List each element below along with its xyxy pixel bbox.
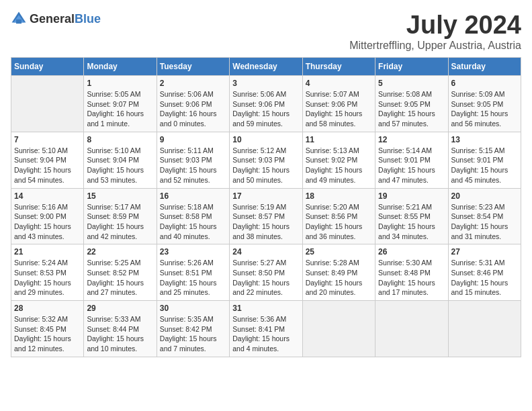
calendar-cell: 25Sunrise: 5:28 AM Sunset: 8:49 PM Dayli… bbox=[302, 244, 375, 301]
cell-content: Sunrise: 5:32 AM Sunset: 8:45 PM Dayligh… bbox=[14, 314, 81, 354]
calendar-cell: 30Sunrise: 5:35 AM Sunset: 8:42 PM Dayli… bbox=[157, 301, 229, 357]
cell-content: Sunrise: 5:09 AM Sunset: 9:05 PM Dayligh… bbox=[451, 89, 518, 129]
calendar-cell: 16Sunrise: 5:18 AM Sunset: 8:58 PM Dayli… bbox=[157, 188, 229, 244]
day-number: 2 bbox=[160, 79, 226, 88]
day-number: 26 bbox=[378, 247, 445, 257]
day-number: 15 bbox=[87, 191, 153, 201]
cell-content: Sunrise: 5:27 AM Sunset: 8:50 PM Dayligh… bbox=[232, 258, 299, 298]
cell-content: Sunrise: 5:21 AM Sunset: 8:55 PM Dayligh… bbox=[378, 202, 445, 242]
calendar-cell: 9Sunrise: 5:11 AM Sunset: 9:03 PM Daylig… bbox=[157, 132, 229, 188]
month-title: July 2024 bbox=[349, 11, 521, 40]
calendar-cell: 29Sunrise: 5:33 AM Sunset: 8:44 PM Dayli… bbox=[84, 301, 157, 357]
logo-blue: Blue bbox=[75, 12, 101, 26]
day-number: 5 bbox=[378, 79, 445, 88]
calendar-cell: 3Sunrise: 5:06 AM Sunset: 9:06 PM Daylig… bbox=[230, 76, 302, 132]
day-number: 14 bbox=[14, 191, 81, 201]
calendar-cell: 17Sunrise: 5:19 AM Sunset: 8:57 PM Dayli… bbox=[230, 188, 302, 244]
calendar-day-header: Tuesday bbox=[157, 58, 229, 76]
cell-content: Sunrise: 5:11 AM Sunset: 9:03 PM Dayligh… bbox=[160, 146, 226, 185]
cell-content: Sunrise: 5:15 AM Sunset: 9:01 PM Dayligh… bbox=[451, 146, 518, 185]
cell-content: Sunrise: 5:06 AM Sunset: 9:06 PM Dayligh… bbox=[160, 89, 226, 129]
calendar-cell: 7Sunrise: 5:10 AM Sunset: 9:04 PM Daylig… bbox=[11, 132, 84, 188]
day-number: 21 bbox=[14, 247, 81, 257]
cell-content: Sunrise: 5:06 AM Sunset: 9:06 PM Dayligh… bbox=[232, 89, 299, 129]
day-number: 10 bbox=[232, 135, 299, 144]
cell-content: Sunrise: 5:08 AM Sunset: 9:05 PM Dayligh… bbox=[378, 89, 445, 129]
calendar-body: 1Sunrise: 5:05 AM Sunset: 9:07 PM Daylig… bbox=[11, 76, 521, 357]
day-number: 30 bbox=[160, 304, 226, 313]
header: GeneralBlue July 2024 Mittertreffling, U… bbox=[11, 11, 521, 52]
calendar-cell: 14Sunrise: 5:16 AM Sunset: 9:00 PM Dayli… bbox=[11, 188, 84, 244]
day-number: 28 bbox=[14, 304, 81, 313]
cell-content: Sunrise: 5:13 AM Sunset: 9:02 PM Dayligh… bbox=[306, 146, 372, 185]
calendar-cell: 6Sunrise: 5:09 AM Sunset: 9:05 PM Daylig… bbox=[448, 76, 521, 132]
calendar-cell: 31Sunrise: 5:36 AM Sunset: 8:41 PM Dayli… bbox=[230, 301, 302, 357]
day-number: 13 bbox=[451, 135, 518, 144]
cell-content: Sunrise: 5:10 AM Sunset: 9:04 PM Dayligh… bbox=[87, 146, 153, 185]
calendar-day-header: Friday bbox=[375, 58, 448, 76]
logo-text: GeneralBlue bbox=[30, 12, 101, 26]
cell-content: Sunrise: 5:20 AM Sunset: 8:56 PM Dayligh… bbox=[306, 202, 372, 242]
location-title: Mittertreffling, Upper Austria, Austria bbox=[349, 40, 521, 52]
logo-icon bbox=[11, 11, 27, 27]
cell-content: Sunrise: 5:28 AM Sunset: 8:49 PM Dayligh… bbox=[306, 258, 372, 298]
calendar-week-row: 28Sunrise: 5:32 AM Sunset: 8:45 PM Dayli… bbox=[11, 301, 521, 357]
day-number: 11 bbox=[306, 135, 372, 144]
day-number: 23 bbox=[160, 247, 226, 257]
cell-content: Sunrise: 5:18 AM Sunset: 8:58 PM Dayligh… bbox=[160, 202, 226, 242]
cell-content: Sunrise: 5:10 AM Sunset: 9:04 PM Dayligh… bbox=[14, 146, 81, 185]
calendar-cell: 22Sunrise: 5:25 AM Sunset: 8:52 PM Dayli… bbox=[84, 244, 157, 301]
day-number: 4 bbox=[306, 79, 372, 88]
calendar-cell: 18Sunrise: 5:20 AM Sunset: 8:56 PM Dayli… bbox=[302, 188, 375, 244]
day-number: 9 bbox=[160, 135, 226, 144]
logo: GeneralBlue bbox=[11, 11, 101, 27]
calendar-day-header: Sunday bbox=[11, 58, 84, 76]
calendar-day-header: Wednesday bbox=[230, 58, 302, 76]
calendar-cell: 28Sunrise: 5:32 AM Sunset: 8:45 PM Dayli… bbox=[11, 301, 84, 357]
calendar-cell: 21Sunrise: 5:24 AM Sunset: 8:53 PM Dayli… bbox=[11, 244, 84, 301]
day-number: 12 bbox=[378, 135, 445, 144]
day-number: 8 bbox=[87, 135, 153, 144]
calendar-week-row: 7Sunrise: 5:10 AM Sunset: 9:04 PM Daylig… bbox=[11, 132, 521, 188]
calendar-cell: 12Sunrise: 5:14 AM Sunset: 9:01 PM Dayli… bbox=[375, 132, 448, 188]
calendar-cell: 26Sunrise: 5:30 AM Sunset: 8:48 PM Dayli… bbox=[375, 244, 448, 301]
calendar-week-row: 14Sunrise: 5:16 AM Sunset: 9:00 PM Dayli… bbox=[11, 188, 521, 244]
calendar-cell: 1Sunrise: 5:05 AM Sunset: 9:07 PM Daylig… bbox=[84, 76, 157, 132]
day-number: 31 bbox=[232, 304, 299, 313]
cell-content: Sunrise: 5:35 AM Sunset: 8:42 PM Dayligh… bbox=[160, 314, 226, 354]
day-number: 27 bbox=[451, 247, 518, 257]
calendar-cell: 11Sunrise: 5:13 AM Sunset: 9:02 PM Dayli… bbox=[302, 132, 375, 188]
day-number: 17 bbox=[232, 191, 299, 201]
calendar-cell: 24Sunrise: 5:27 AM Sunset: 8:50 PM Dayli… bbox=[230, 244, 302, 301]
calendar-cell bbox=[448, 301, 521, 357]
calendar-day-header: Saturday bbox=[448, 58, 521, 76]
calendar-cell: 13Sunrise: 5:15 AM Sunset: 9:01 PM Dayli… bbox=[448, 132, 521, 188]
cell-content: Sunrise: 5:12 AM Sunset: 9:03 PM Dayligh… bbox=[232, 146, 299, 185]
calendar-cell: 4Sunrise: 5:07 AM Sunset: 9:06 PM Daylig… bbox=[302, 76, 375, 132]
day-number: 25 bbox=[306, 247, 372, 257]
day-number: 19 bbox=[378, 191, 445, 201]
calendar-cell: 19Sunrise: 5:21 AM Sunset: 8:55 PM Dayli… bbox=[375, 188, 448, 244]
calendar-week-row: 21Sunrise: 5:24 AM Sunset: 8:53 PM Dayli… bbox=[11, 244, 521, 301]
cell-content: Sunrise: 5:17 AM Sunset: 8:59 PM Dayligh… bbox=[87, 202, 153, 242]
day-number: 16 bbox=[160, 191, 226, 201]
calendar-day-header: Monday bbox=[84, 58, 157, 76]
day-number: 24 bbox=[232, 247, 299, 257]
cell-content: Sunrise: 5:36 AM Sunset: 8:41 PM Dayligh… bbox=[232, 314, 299, 354]
calendar-day-header: Thursday bbox=[302, 58, 375, 76]
logo-general: General bbox=[30, 12, 75, 26]
calendar-table: SundayMondayTuesdayWednesdayThursdayFrid… bbox=[11, 57, 521, 357]
cell-content: Sunrise: 5:26 AM Sunset: 8:51 PM Dayligh… bbox=[160, 258, 226, 298]
calendar-cell: 10Sunrise: 5:12 AM Sunset: 9:03 PM Dayli… bbox=[230, 132, 302, 188]
day-number: 3 bbox=[232, 79, 299, 88]
calendar-cell: 8Sunrise: 5:10 AM Sunset: 9:04 PM Daylig… bbox=[84, 132, 157, 188]
cell-content: Sunrise: 5:16 AM Sunset: 9:00 PM Dayligh… bbox=[14, 202, 81, 242]
svg-rect-2 bbox=[16, 19, 21, 24]
day-number: 18 bbox=[306, 191, 372, 201]
cell-content: Sunrise: 5:24 AM Sunset: 8:53 PM Dayligh… bbox=[14, 258, 81, 298]
day-number: 1 bbox=[87, 79, 153, 88]
day-number: 7 bbox=[14, 135, 81, 144]
cell-content: Sunrise: 5:31 AM Sunset: 8:46 PM Dayligh… bbox=[451, 258, 518, 298]
cell-content: Sunrise: 5:19 AM Sunset: 8:57 PM Dayligh… bbox=[232, 202, 299, 242]
calendar-cell: 5Sunrise: 5:08 AM Sunset: 9:05 PM Daylig… bbox=[375, 76, 448, 132]
